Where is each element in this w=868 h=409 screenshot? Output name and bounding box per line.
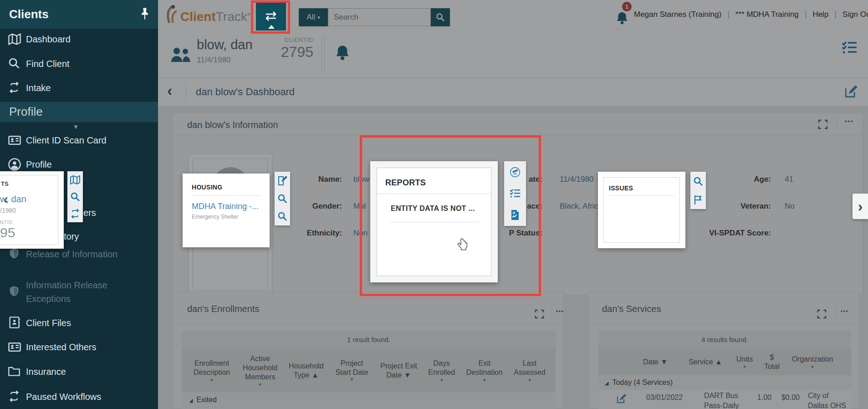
cursor-hand-icon bbox=[457, 238, 470, 251]
reports-menu-item[interactable]: ENTITY DATA IS NOT ... bbox=[391, 204, 475, 213]
sidebar-item-interested-others[interactable]: Interested Others bbox=[0, 335, 158, 359]
folder-icon bbox=[8, 365, 21, 378]
report-document-icon[interactable] bbox=[510, 210, 521, 220]
sidebar-item-history-fragment[interactable]: tory bbox=[64, 231, 79, 242]
shield-icon bbox=[8, 247, 21, 261]
caret-up-icon bbox=[268, 25, 275, 29]
housing-enrollment-sub: Emergency Shelter bbox=[192, 214, 238, 220]
search-icon bbox=[8, 57, 21, 71]
issues-toolbar bbox=[690, 172, 706, 209]
edit-document-icon[interactable] bbox=[277, 175, 288, 186]
sidebar-item-dashboard[interactable]: Dashboard bbox=[0, 27, 158, 51]
sidebar-item-client-files[interactable]: Client Files bbox=[0, 311, 158, 335]
sidebar-title: Clients bbox=[0, 0, 158, 29]
search-icon[interactable] bbox=[70, 191, 81, 202]
sidebar-item-paused-workflows[interactable]: Paused Workflows bbox=[0, 385, 158, 409]
housing-card: HOUSING MDHA Training -... Emergency She… bbox=[183, 174, 270, 247]
issues-card: ISSUES bbox=[598, 172, 685, 248]
mini-card-header-fragment: TS bbox=[1, 180, 9, 187]
checklist-icon[interactable] bbox=[510, 188, 521, 199]
search-icon[interactable] bbox=[277, 193, 288, 204]
search-icon[interactable] bbox=[277, 211, 288, 222]
swap-arrows-icon bbox=[264, 10, 278, 21]
sidebar-item-client-id-scan-card[interactable]: Client ID Scan Card bbox=[0, 128, 158, 152]
reports-popup-title: REPORTS bbox=[385, 178, 426, 188]
repeat-icon bbox=[8, 81, 21, 95]
map-icon bbox=[8, 32, 21, 46]
carousel-next-button[interactable]: › bbox=[853, 194, 868, 219]
repeat-icon[interactable] bbox=[70, 208, 81, 219]
reports-toolbar bbox=[504, 161, 526, 226]
mini-card-toolbar bbox=[67, 171, 83, 222]
client-mini-card: TS ‹ w, dan /1980 NTID 95 bbox=[0, 171, 64, 249]
search-icon[interactable] bbox=[693, 176, 704, 187]
chevron-right-icon: › bbox=[858, 198, 863, 215]
sidebar-section-profile[interactable]: Profile ▼ bbox=[0, 101, 158, 122]
clienttrack-app: ClientTrack® All ▾ 1 Megan Starnes (Trai… bbox=[0, 0, 868, 409]
sidebar-item-insurance[interactable]: Insurance bbox=[0, 360, 158, 383]
mini-card-name-fragment: w, dan bbox=[0, 194, 26, 204]
housing-card-title: HOUSING bbox=[192, 184, 222, 191]
reports-popup: REPORTS ENTITY DATA IS NOT ... bbox=[370, 161, 498, 282]
housing-toolbar bbox=[275, 172, 290, 225]
contact-book-icon bbox=[8, 316, 21, 330]
telescope-icon[interactable] bbox=[510, 167, 521, 178]
person-circle-icon bbox=[8, 158, 21, 171]
shield-icon bbox=[8, 285, 21, 299]
mini-card-id-label-fragment: NTID bbox=[0, 220, 13, 225]
flag-icon[interactable] bbox=[693, 194, 704, 205]
sidebar-item-information-release-exceptions[interactable]: Information Release Exceptions bbox=[0, 274, 158, 310]
id-card-icon bbox=[8, 133, 21, 147]
sidebar-item-intake[interactable]: Intake bbox=[0, 76, 158, 100]
workspace-switch-button[interactable] bbox=[256, 1, 286, 31]
repeat-icon bbox=[8, 390, 21, 404]
sidebar-item-find-client[interactable]: Find Client bbox=[0, 52, 158, 76]
map-icon[interactable] bbox=[70, 174, 81, 185]
housing-enrollment-link[interactable]: MDHA Training -... bbox=[192, 202, 259, 211]
mini-card-dob-fragment: /1980 bbox=[0, 207, 16, 214]
pin-icon[interactable] bbox=[139, 7, 151, 20]
issues-card-title: ISSUES bbox=[609, 184, 633, 192]
mini-card-id-fragment: 95 bbox=[0, 225, 15, 240]
sidebar-item-members-fragment[interactable]: ers bbox=[83, 208, 96, 218]
id-card-icon bbox=[8, 340, 21, 354]
